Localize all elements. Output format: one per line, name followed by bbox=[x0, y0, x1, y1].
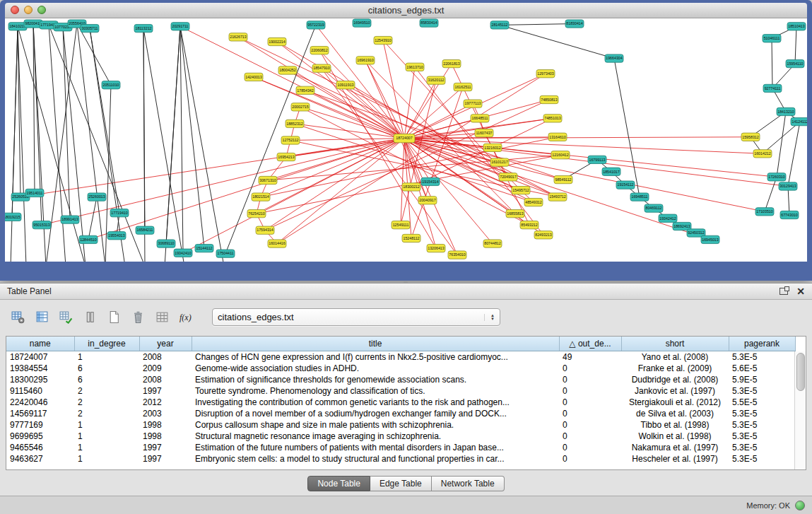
graph-node[interactable]: 16961910 bbox=[356, 57, 375, 64]
graph-node[interactable]: 20002715 bbox=[291, 103, 310, 111]
graph-node[interactable]: 18852312 bbox=[286, 119, 304, 127]
tab-node-table[interactable]: Node Table bbox=[307, 476, 370, 491]
table-row[interactable]: 977716911998Corpus callosum shape and si… bbox=[6, 419, 795, 431]
graph-edge[interactable] bbox=[319, 50, 436, 248]
graph-node[interactable]: 16954213 bbox=[277, 153, 295, 160]
graph-node[interactable]: 72049017 bbox=[499, 173, 517, 181]
graph-node[interactable]: 18547910 bbox=[312, 64, 331, 72]
graph-node[interactable]: 12543910 bbox=[374, 36, 392, 44]
graph-edge[interactable] bbox=[277, 139, 404, 244]
graph-node[interactable]: 30129413 bbox=[779, 182, 797, 190]
graph-edge[interactable] bbox=[765, 177, 777, 211]
graph-node[interactable]: 19664304 bbox=[605, 54, 623, 62]
graph-edge[interactable] bbox=[305, 90, 563, 180]
scrollbar-thumb[interactable] bbox=[796, 353, 805, 391]
graph-node[interactable]: 20291711 bbox=[171, 23, 189, 30]
graph-node[interactable]: 12752112 bbox=[281, 136, 300, 144]
graph-node[interactable]: 16855813 bbox=[506, 209, 524, 217]
table-row[interactable]: 1830029562008Estimation of significance … bbox=[6, 374, 795, 385]
graph-node[interactable]: 19342410 bbox=[174, 249, 192, 257]
graph-node[interactable]: 14124112 bbox=[791, 117, 807, 125]
column-header-out-degree[interactable]: △ out_de... bbox=[559, 337, 621, 351]
graph-node[interactable]: 76254210 bbox=[247, 209, 266, 217]
graph-node[interactable]: 22060812 bbox=[310, 47, 329, 54]
graph-node[interactable]: 18113212 bbox=[134, 24, 153, 32]
graph-edge[interactable] bbox=[500, 24, 575, 25]
graph-node[interactable]: 11607437 bbox=[475, 129, 493, 136]
tab-edge-table[interactable]: Edge Table bbox=[370, 476, 432, 491]
graph-edge[interactable] bbox=[42, 139, 404, 226]
column-header-year[interactable]: year bbox=[139, 337, 192, 351]
graph-node[interactable]: 15495712 bbox=[512, 187, 530, 194]
graph-edge[interactable] bbox=[88, 197, 97, 240]
graph-edge[interactable] bbox=[404, 139, 763, 154]
graph-node[interactable]: 14240013 bbox=[245, 73, 263, 81]
graph-node[interactable]: 20511010 bbox=[102, 81, 120, 89]
network-view[interactable]: 1872400721626713190022142206081218004252… bbox=[5, 18, 807, 262]
graph-node[interactable]: 16014416 bbox=[268, 240, 286, 247]
import-table-button[interactable] bbox=[153, 308, 172, 326]
graph-edge[interactable] bbox=[254, 77, 404, 139]
window-titlebar[interactable]: citations_edges.txt bbox=[5, 3, 807, 18]
column-header-pagerank[interactable]: pagerank bbox=[729, 337, 795, 351]
graph-node[interactable]: 16949510 bbox=[353, 19, 371, 27]
graph-node[interactable]: 17594314 bbox=[256, 226, 274, 234]
graph-node[interactable]: 31620112 bbox=[427, 76, 445, 84]
graph-node[interactable]: 18300212 bbox=[402, 183, 420, 191]
table-row[interactable]: 2242004622012Investigating the contribut… bbox=[6, 397, 795, 408]
edit-table-button[interactable] bbox=[57, 308, 76, 326]
table-row[interactable]: 969969511998Structural magnetic resonanc… bbox=[6, 431, 795, 442]
graph-node[interactable]: 13216012 bbox=[483, 144, 502, 151]
graph-edge[interactable] bbox=[795, 26, 796, 64]
graph-edge[interactable] bbox=[772, 38, 772, 88]
graph-edge[interactable] bbox=[225, 25, 316, 253]
graph-node[interactable]: 19002214 bbox=[268, 37, 286, 45]
graph-node[interactable]: 16101217 bbox=[490, 158, 509, 166]
graph-edge[interactable] bbox=[77, 24, 111, 86]
graph-edge[interactable] bbox=[614, 59, 640, 197]
graph-node[interactable]: 98549112 bbox=[554, 175, 572, 183]
graph-node[interactable]: 16584211 bbox=[136, 226, 154, 234]
graph-edge[interactable] bbox=[18, 26, 20, 197]
graph-edge[interactable] bbox=[500, 25, 614, 58]
graph-edge[interactable] bbox=[265, 139, 404, 230]
graph-edge[interactable] bbox=[404, 139, 436, 249]
graph-node[interactable]: 95015313 bbox=[33, 221, 51, 229]
function-builder-button[interactable]: f(x) bbox=[177, 308, 196, 326]
graph-node[interactable]: 15954110 bbox=[786, 59, 804, 67]
graph-node[interactable]: 19613710 bbox=[406, 63, 424, 71]
graph-node[interactable]: 92774111 bbox=[763, 84, 782, 92]
float-panel-icon[interactable] bbox=[779, 288, 788, 295]
graph-node[interactable]: 17103510 bbox=[755, 208, 774, 216]
graph-node[interactable]: 51046111 bbox=[763, 35, 781, 42]
graph-edge[interactable] bbox=[180, 26, 183, 252]
graph-node[interactable]: 80744812 bbox=[483, 240, 502, 247]
table-row[interactable]: 946554611997Estimation of the future num… bbox=[6, 442, 795, 453]
table-row[interactable]: 946362711997Embryonic stem cells: a mode… bbox=[6, 453, 795, 465]
graph-node[interactable]: 48549312 bbox=[524, 198, 543, 206]
graph-node[interactable]: 18510413 bbox=[787, 23, 806, 30]
tab-network-table[interactable]: Network Table bbox=[432, 476, 505, 491]
graph-node[interactable]: 25260013 bbox=[88, 193, 106, 201]
graph-node[interactable]: 80469112 bbox=[645, 204, 663, 212]
close-panel-icon[interactable]: ✕ bbox=[796, 286, 805, 296]
graph-node[interactable]: 15958312 bbox=[741, 133, 760, 141]
graph-edge[interactable] bbox=[90, 28, 119, 213]
graph-node[interactable]: 18724007 bbox=[394, 134, 415, 143]
new-table-button[interactable] bbox=[105, 308, 124, 326]
table-settings-button[interactable] bbox=[8, 308, 28, 326]
graph-node[interactable]: 81830414 bbox=[565, 20, 584, 28]
graph-node[interactable]: 16799113 bbox=[588, 156, 606, 163]
graph-node[interactable]: 18541017 bbox=[602, 168, 620, 175]
graph-node[interactable]: 19154112 bbox=[616, 181, 635, 189]
graph-node[interactable]: 19554013 bbox=[107, 232, 126, 240]
graph-edge[interactable] bbox=[788, 122, 800, 186]
graph-node[interactable]: 95722319 bbox=[307, 21, 325, 29]
graph-node[interactable]: 19514011 bbox=[25, 189, 44, 197]
graph-edge[interactable] bbox=[18, 26, 26, 262]
delete-table-button[interactable] bbox=[129, 308, 148, 326]
zoom-window-button[interactable] bbox=[37, 6, 46, 14]
table-row[interactable]: 911546021997Tourette syndrome. Phenomeno… bbox=[6, 385, 795, 397]
graph-node[interactable]: 12844510 bbox=[79, 235, 98, 243]
graph-edge[interactable] bbox=[763, 122, 800, 153]
